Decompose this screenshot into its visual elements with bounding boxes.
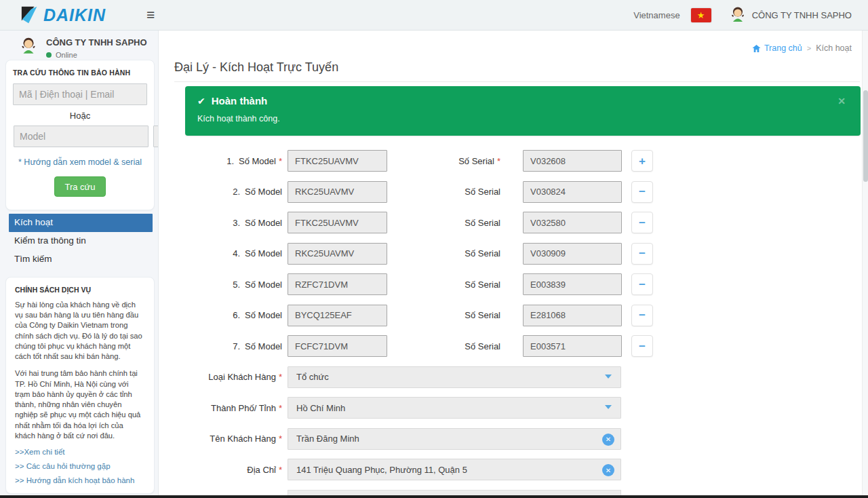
model-serial-row: 4.Số ModelSố Serial−: [185, 243, 660, 265]
customer-field-label: Tên Khách Hàng*: [185, 434, 282, 444]
clear-field-icon[interactable]: ✕: [602, 464, 614, 476]
field-value: 141 Triệu Quang Phục, Phường 11, Quận 5: [296, 465, 467, 475]
customer-field-row: Địa Chỉ*141 Triệu Quang Phục, Phường 11,…: [185, 459, 660, 480]
chevron-down-icon: [605, 405, 612, 409]
serial-label: Số Serial: [387, 280, 500, 290]
sidebar-user-name: CÔNG TY TNHH SAPHO: [46, 37, 147, 47]
serial-input[interactable]: [523, 150, 622, 172]
model-input[interactable]: [288, 150, 387, 172]
alert-title: Hoàn thành: [212, 95, 268, 107]
breadcrumb: Trang chủ > Kích hoạt: [752, 43, 852, 53]
serial-label: Số Serial: [387, 218, 500, 228]
customer-field-label: Loại Khách Hàng*: [185, 372, 282, 382]
daikin-logo: DAIKIN: [20, 5, 106, 25]
scrollbar: [862, 31, 868, 495]
add-row-button[interactable]: +: [631, 150, 653, 172]
serial-input[interactable]: [523, 181, 622, 203]
model-serial-row: 7.Số ModelSố Serial−: [185, 335, 660, 357]
serial-label: Số Serial: [387, 341, 500, 351]
model-input[interactable]: [288, 212, 387, 233]
policy-title: CHÍNH SÁCH DỊCH VỤ: [15, 286, 145, 294]
customer-field-row: Thành Phố/ Tỉnh*Hồ Chí Minh: [185, 397, 660, 419]
customer-text-input[interactable]: 141 Triệu Quang Phục, Phường 11, Quận 5✕: [288, 459, 621, 480]
service-policy-card: CHÍNH SÁCH DỊCH VỤ Sự hài lòng của khách…: [5, 277, 155, 494]
model-label: 7.Số Model: [185, 341, 282, 351]
model-serial-guide-link[interactable]: * Hướng dẫn xem model & serial: [6, 157, 154, 167]
model-input[interactable]: [288, 181, 387, 203]
online-dot-icon: [46, 52, 52, 58]
serial-label: Số Serial: [387, 248, 500, 258]
remove-row-button[interactable]: −: [631, 305, 653, 326]
policy-paragraph: Sự hài lòng của khách hàng về dịch vụ sa…: [15, 300, 145, 362]
policy-link[interactable]: >> Các câu hỏi thường gặp: [15, 462, 145, 470]
breadcrumb-separator: >: [807, 44, 811, 52]
check-icon: ✔: [197, 96, 205, 107]
remove-row-button[interactable]: −: [631, 335, 653, 357]
serial-label: Số Serial*: [387, 156, 500, 166]
sidebar: CÔNG TY TNHH SAPHO Online TRA CỨU THÔNG …: [0, 31, 158, 498]
sidebar-menu: Kích hoạtKiểm tra thông tinTìm kiếm: [9, 214, 153, 269]
chevron-down-icon: [605, 375, 612, 379]
field-value: Hồ Chí Minh: [296, 403, 345, 413]
field-value: Tổ chức: [296, 372, 329, 382]
sidebar-user-block: CÔNG TY TNHH SAPHO Online: [19, 36, 147, 59]
serial-input[interactable]: [523, 212, 622, 233]
customer-select[interactable]: Hồ Chí Minh: [288, 397, 621, 419]
serial-input[interactable]: [523, 335, 622, 357]
sidebar-avatar: [19, 36, 38, 59]
language-selector[interactable]: Vietnamese: [633, 10, 679, 20]
model-serial-row: 6.Số ModelSố Serial−: [185, 305, 660, 326]
model-serial-row: 3.Số ModelSố Serial−: [185, 212, 660, 233]
model-input[interactable]: [288, 335, 387, 357]
breadcrumb-current: Kích hoạt: [816, 43, 852, 53]
lookup-search-input[interactable]: [13, 83, 147, 105]
model-label: 5.Số Model: [185, 280, 282, 290]
remove-row-button[interactable]: −: [631, 181, 653, 203]
online-status: Online: [46, 51, 147, 59]
model-serial-row: 5.Số ModelSố Serial−: [185, 273, 660, 295]
policy-link[interactable]: >>Xem chi tiết: [15, 448, 145, 456]
model-label: 3.Số Model: [185, 218, 282, 228]
vietnam-flag-icon[interactable]: ★: [691, 8, 711, 22]
scrollbar-thumb[interactable]: [863, 90, 868, 182]
sidebar-item-kích-hoạt[interactable]: Kích hoạt: [9, 214, 153, 232]
title-divider: [174, 81, 860, 82]
customer-select[interactable]: Tổ chức: [288, 366, 621, 388]
breadcrumb-home-link[interactable]: Trang chủ: [752, 43, 802, 53]
customer-field-label: Thành Phố/ Tỉnh*: [185, 403, 282, 413]
serial-input[interactable]: [523, 273, 622, 295]
serial-input[interactable]: [523, 305, 622, 326]
clear-field-icon[interactable]: ✕: [602, 434, 614, 446]
customer-field-row: Loại Khách Hàng*Tổ chức: [185, 366, 660, 388]
lookup-title: TRA CỨU THÔNG TIN BẢO HÀNH: [13, 69, 147, 77]
remove-row-button[interactable]: −: [631, 243, 653, 265]
serial-label: Số Serial: [387, 187, 500, 197]
model-label: 6.Số Model: [185, 310, 282, 320]
model-serial-row: 1.Số Model*Số Serial*+: [185, 150, 660, 172]
activation-form: 1.Số Model*Số Serial*+2.Số ModelSố Seria…: [185, 150, 660, 490]
model-input[interactable]: [288, 305, 387, 326]
model-label: 2.Số Model: [185, 187, 282, 197]
remove-row-button[interactable]: −: [631, 273, 653, 295]
alert-close-icon[interactable]: ✕: [837, 96, 846, 107]
customer-text-input[interactable]: Trần Đăng Minh✕: [288, 428, 621, 450]
lookup-search-button[interactable]: Tra cứu: [54, 176, 106, 197]
field-value: Trần Đăng Minh: [296, 434, 359, 444]
model-input[interactable]: [288, 243, 387, 265]
remove-row-button[interactable]: −: [631, 212, 653, 233]
screen-bottom-edge: [0, 495, 868, 498]
policy-link[interactable]: >> Hướng dẫn kích hoạt bảo hành: [15, 476, 145, 484]
hamburger-menu-icon[interactable]: ≡: [146, 5, 155, 24]
or-label: Hoặc: [6, 111, 154, 121]
customer-field-label: Địa Chỉ*: [185, 465, 282, 475]
sidebar-item-tìm-kiếm[interactable]: Tìm kiếm: [9, 250, 153, 269]
model-serial-row: 2.Số ModelSố Serial−: [185, 181, 660, 203]
model-search-input[interactable]: [14, 126, 149, 147]
sidebar-item-kiểm-tra-thông-tin[interactable]: Kiểm tra thông tin: [9, 232, 153, 250]
account-name[interactable]: CÔNG TY TNHH SAPHO: [752, 10, 852, 20]
policy-paragraph: Với hai trung tâm bảo hành chính tại TP.…: [15, 368, 145, 441]
serial-input[interactable]: [523, 243, 622, 265]
serial-label: Số Serial: [387, 310, 500, 320]
model-input[interactable]: [288, 273, 387, 295]
warranty-lookup-card: TRA CỨU THÔNG TIN BẢO HÀNH Hoặc * Hướng …: [5, 60, 155, 210]
